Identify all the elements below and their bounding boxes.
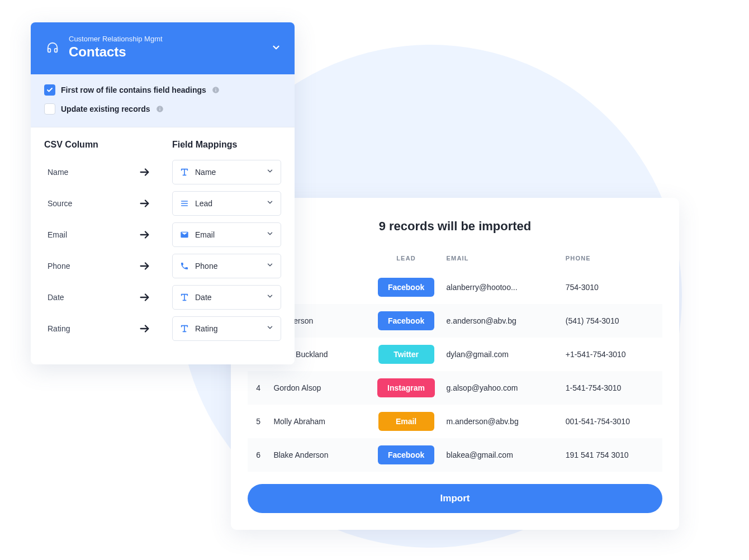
cell-email: m.anderson@abv.bg bbox=[442, 405, 561, 438]
cell-lead: Facebook bbox=[371, 270, 442, 304]
option-update-existing[interactable]: Update existing records bbox=[44, 103, 281, 115]
field-name: Email bbox=[195, 230, 266, 239]
entity-selector-header[interactable]: Customer Relationship Mgmt Contacts bbox=[31, 22, 295, 74]
field-select[interactable]: Name bbox=[172, 160, 281, 184]
csv-column-name: Name bbox=[44, 168, 122, 177]
arrow-right-icon bbox=[137, 164, 153, 180]
cell-email: e.anderson@abv.bg bbox=[442, 304, 561, 338]
option-label: First row of file contains field heading… bbox=[61, 86, 206, 94]
arrow-right-icon bbox=[137, 290, 153, 305]
row-index: 4 bbox=[248, 371, 269, 405]
chevron-down-icon bbox=[266, 324, 274, 334]
chevron-down-icon bbox=[266, 261, 274, 271]
type-icon bbox=[179, 167, 189, 177]
field-select[interactable]: Phone bbox=[172, 254, 281, 278]
svg-rect-2 bbox=[215, 88, 216, 89]
table-row: 4Gordon AlsopInstagramg.alsop@yahoo.com1… bbox=[248, 371, 662, 405]
info-icon[interactable] bbox=[156, 105, 164, 113]
checkbox-checked[interactable] bbox=[44, 84, 55, 96]
envelope-icon bbox=[179, 230, 189, 240]
chevron-down-icon bbox=[266, 292, 274, 302]
field-name: Date bbox=[195, 293, 266, 302]
column-header-email: EMAIL bbox=[442, 248, 561, 270]
field-select[interactable]: Email bbox=[172, 222, 281, 247]
mapping-row: EmailEmail bbox=[44, 222, 281, 247]
arrow-right-icon bbox=[137, 321, 153, 336]
preview-card: 9 records will be imported NAME LEAD EMA… bbox=[231, 198, 679, 530]
chevron-down-icon bbox=[271, 42, 281, 55]
chevron-down-icon bbox=[266, 198, 274, 208]
field-name: Name bbox=[195, 168, 266, 177]
mapping-row: NameName bbox=[44, 160, 281, 184]
arrow-right-icon bbox=[137, 258, 153, 274]
lead-badge: Twitter bbox=[378, 345, 434, 364]
type-icon bbox=[179, 324, 189, 334]
cell-lead: Facebook bbox=[371, 438, 442, 472]
cell-email: g.alsop@yahoo.com bbox=[442, 371, 561, 405]
cell-phone: (541) 754-3010 bbox=[561, 304, 662, 338]
svg-rect-1 bbox=[215, 89, 216, 92]
table-row: 2d AndersonFacebooke.anderson@abv.bg(541… bbox=[248, 304, 662, 338]
csv-column-name: Email bbox=[44, 230, 122, 239]
arrow-right-icon bbox=[137, 196, 153, 211]
lead-badge: Facebook bbox=[378, 445, 434, 464]
mapping-row: SourceLead bbox=[44, 191, 281, 216]
checkbox-unchecked[interactable] bbox=[44, 103, 55, 115]
column-header-phone: PHONE bbox=[561, 248, 662, 270]
chevron-down-icon bbox=[266, 167, 274, 177]
info-icon[interactable] bbox=[212, 86, 220, 94]
cell-lead: Email bbox=[371, 405, 442, 438]
phone-icon bbox=[179, 261, 189, 271]
lead-badge: Facebook bbox=[378, 278, 434, 297]
svg-rect-5 bbox=[159, 107, 160, 108]
table-row: 6Blake AndersonFacebookblakea@gmail.com1… bbox=[248, 438, 662, 472]
mapping-row: PhonePhone bbox=[44, 254, 281, 278]
cell-email: alanberry@hootoo... bbox=[442, 270, 561, 304]
mapping-body: CSV Column Field Mappings NameNameSource… bbox=[31, 127, 295, 364]
cell-phone: 1-541-754-3010 bbox=[561, 371, 662, 405]
preview-table: NAME LEAD EMAIL PHONE 1BerryFacebookalan… bbox=[248, 248, 662, 472]
field-name: Rating bbox=[195, 324, 266, 333]
lead-badge: Instagram bbox=[377, 378, 435, 397]
field-select[interactable]: Date bbox=[172, 285, 281, 310]
cell-lead: Instagram bbox=[371, 371, 442, 405]
cell-phone: +1-541-754-3010 bbox=[561, 338, 662, 371]
header-title: Contacts bbox=[69, 44, 163, 60]
mapping-row: RatingRating bbox=[44, 316, 281, 341]
row-index: 6 bbox=[248, 438, 269, 472]
lines-icon bbox=[179, 198, 189, 208]
option-label: Update existing records bbox=[61, 105, 150, 113]
option-first-row-headings[interactable]: First row of file contains field heading… bbox=[44, 84, 281, 96]
field-name: Phone bbox=[195, 262, 266, 270]
field-select[interactable]: Lead bbox=[172, 191, 281, 216]
table-row: 3Dylan BucklandTwitterdylan@gmail.com+1-… bbox=[248, 338, 662, 371]
csv-column-header: CSV Column bbox=[44, 140, 134, 150]
csv-column-name: Phone bbox=[44, 262, 122, 270]
cell-lead: Twitter bbox=[371, 338, 442, 371]
lead-badge: Email bbox=[378, 412, 434, 431]
import-options: First row of file contains field heading… bbox=[31, 74, 295, 127]
lead-badge: Facebook bbox=[378, 311, 434, 330]
cell-email: blakea@gmail.com bbox=[442, 438, 561, 472]
cell-name: Blake Anderson bbox=[269, 438, 370, 472]
cell-phone: 754-3010 bbox=[561, 270, 662, 304]
cell-name: Molly Abraham bbox=[269, 405, 370, 438]
preview-title: 9 records will be imported bbox=[248, 219, 662, 234]
headset-icon bbox=[45, 40, 60, 55]
table-row: 5Molly AbrahamEmailm.anderson@abv.bg001-… bbox=[248, 405, 662, 438]
csv-column-name: Source bbox=[44, 199, 122, 208]
header-eyebrow: Customer Relationship Mgmt bbox=[69, 35, 163, 43]
type-icon bbox=[179, 292, 189, 302]
arrow-right-icon bbox=[137, 227, 153, 243]
table-row: 1BerryFacebookalanberry@hootoo...754-301… bbox=[248, 270, 662, 304]
import-button[interactable]: Import bbox=[248, 484, 662, 513]
mapping-row: DateDate bbox=[44, 285, 281, 310]
cell-lead: Facebook bbox=[371, 304, 442, 338]
row-index: 5 bbox=[248, 405, 269, 438]
cell-phone: 191 541 754 3010 bbox=[561, 438, 662, 472]
field-select[interactable]: Rating bbox=[172, 316, 281, 341]
field-name: Lead bbox=[195, 199, 266, 208]
csv-column-name: Rating bbox=[44, 324, 122, 333]
chevron-down-icon bbox=[266, 230, 274, 240]
csv-column-name: Date bbox=[44, 293, 122, 302]
